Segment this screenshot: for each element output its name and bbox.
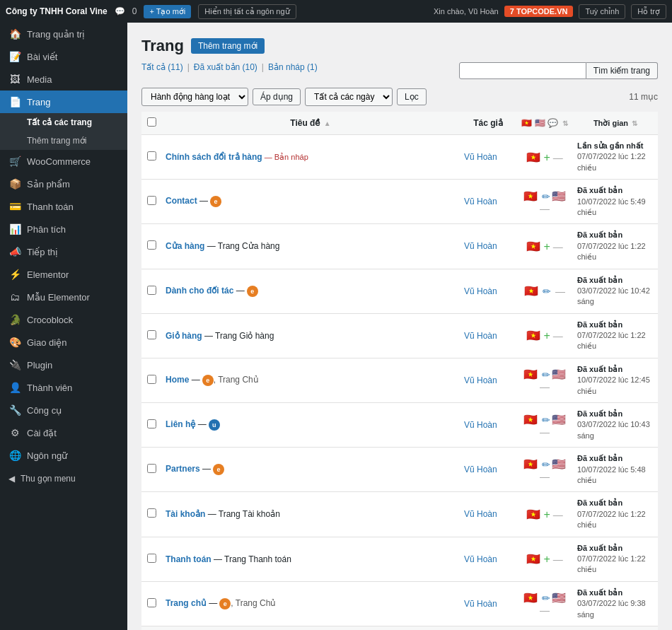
help-button[interactable]: Hỗ trợ: [631, 4, 666, 19]
collapse-menu-button[interactable]: ◀ Thu gọn menu: [0, 467, 127, 491]
author-link[interactable]: Vũ Hoàn: [464, 599, 497, 609]
flag-vn-icon[interactable]: 🇻🇳: [526, 151, 540, 164]
add-new-button[interactable]: + Tạo mới: [144, 5, 191, 18]
flag-us-icon[interactable]: 🇺🇸: [552, 457, 566, 471]
flag-us-icon[interactable]: 🇺🇸: [552, 413, 566, 426]
edit-icon[interactable]: ✏: [539, 593, 550, 604]
flag-vn-icon[interactable]: 🇻🇳: [523, 189, 538, 203]
edit-icon[interactable]: ✏: [539, 191, 550, 202]
sidebar-sub-add-page[interactable]: Thêm trang mới: [0, 132, 127, 150]
sidebar-item-products[interactable]: 📦 Sản phẩm: [0, 173, 127, 195]
search-input[interactable]: [459, 62, 586, 79]
row-checkbox[interactable]: [147, 196, 156, 205]
sidebar-item-appearance[interactable]: 🎨 Giao diện: [0, 331, 127, 354]
author-link[interactable]: Vũ Hoàn: [464, 465, 497, 474]
author-link[interactable]: Vũ Hoàn: [464, 286, 497, 296]
sidebar-item-tools[interactable]: 🔧 Công cụ: [0, 399, 127, 421]
flag-vn-icon[interactable]: 🇻🇳: [524, 284, 538, 298]
sidebar-item-pages[interactable]: 📄 Trang: [0, 91, 127, 113]
page-title-link[interactable]: Thanh toán: [166, 554, 212, 564]
edit-icon[interactable]: ✏: [539, 369, 550, 380]
header-date[interactable]: Thời gian ⇅: [573, 112, 658, 135]
page-title-link[interactable]: Home: [166, 375, 189, 385]
sidebar-item-payments[interactable]: 💳 Thanh toán: [0, 195, 127, 218]
page-title-link[interactable]: Partners: [166, 464, 200, 474]
page-title-link[interactable]: Cửa hàng: [166, 241, 204, 251]
row-checkbox[interactable]: [147, 598, 156, 607]
add-translation-icon[interactable]: +: [540, 329, 550, 342]
flag-vn-icon[interactable]: 🇻🇳: [526, 552, 540, 566]
flag-vn-icon[interactable]: 🇻🇳: [523, 413, 538, 426]
sidebar-item-settings[interactable]: ⚙ Cài đặt: [0, 421, 127, 444]
flag-vn-icon[interactable]: 🇻🇳: [526, 508, 540, 521]
sidebar-item-elementor-templates[interactable]: 🗂 Mẫu Elementor: [0, 286, 127, 308]
footer-checkbox[interactable]: [141, 626, 161, 630]
sidebar-item-elementor[interactable]: ⚡ Elementor: [0, 263, 127, 286]
add-new-page-button[interactable]: Thêm trang mới: [191, 38, 265, 54]
author-link[interactable]: Vũ Hoàn: [464, 241, 497, 251]
add-translation-icon[interactable]: +: [540, 240, 550, 252]
site-name[interactable]: Công ty TNHH Coral Vine: [6, 6, 108, 16]
sidebar-item-plugins[interactable]: 🔌 Plugin: [0, 354, 127, 376]
sidebar-item-analytics[interactable]: 📊 Phân tích: [0, 218, 127, 240]
row-checkbox[interactable]: [147, 375, 156, 384]
row-checkbox[interactable]: [147, 151, 156, 161]
sidebar-item-posts[interactable]: 📝 Bài viết: [0, 45, 127, 68]
page-title-link[interactable]: Chính sách đổi trả hàng: [166, 152, 262, 162]
author-link[interactable]: Vũ Hoàn: [464, 420, 497, 430]
edit-icon[interactable]: ✏: [539, 459, 550, 470]
select-all-checkbox[interactable]: [147, 117, 156, 127]
sidebar-item-crocoblock[interactable]: 🐊 Crocoblock: [0, 308, 127, 331]
page-title-link[interactable]: Dành cho đối tác: [166, 286, 233, 296]
flag-us-icon[interactable]: 🇺🇸: [552, 189, 566, 203]
flag-vn-icon[interactable]: 🇻🇳: [526, 240, 540, 253]
sidebar-item-woocommerce[interactable]: 🛒 WooCommerce: [0, 150, 127, 173]
view-all-languages-button[interactable]: Hiển thị tất cả ngôn ngữ: [198, 4, 296, 19]
row-checkbox[interactable]: [147, 508, 156, 518]
add-translation-icon[interactable]: +: [540, 508, 550, 520]
author-link[interactable]: Vũ Hoàn: [464, 331, 497, 341]
row-checkbox[interactable]: [147, 464, 156, 473]
row-checkbox[interactable]: [147, 554, 156, 563]
date-filter-select[interactable]: Tất cả các ngày: [305, 88, 393, 106]
flag-vn-icon[interactable]: 🇻🇳: [526, 329, 540, 342]
sidebar-item-users[interactable]: 👤 Thành viên: [0, 376, 127, 399]
author-link[interactable]: Vũ Hoàn: [464, 197, 497, 206]
filter-all[interactable]: Tất cả (11): [141, 62, 183, 72]
page-title-link[interactable]: Tài khoản: [166, 509, 205, 519]
edit-icon[interactable]: ✏: [540, 286, 551, 297]
filter-button[interactable]: Lọc: [397, 88, 427, 105]
sidebar-item-marketing[interactable]: 📣 Tiếp thị: [0, 240, 127, 263]
flag-vn-icon[interactable]: 🇻🇳: [523, 368, 538, 381]
sidebar-item-media[interactable]: 🖼 Media: [0, 68, 127, 91]
bulk-action-select[interactable]: Hành động hàng loạt: [141, 88, 248, 106]
footer-title[interactable]: Tiêu đề ▲: [161, 626, 460, 630]
flag-vn-icon[interactable]: 🇻🇳: [523, 457, 538, 471]
row-checkbox[interactable]: [147, 330, 156, 339]
apply-button-top[interactable]: Áp dụng: [253, 88, 301, 105]
sidebar-item-language[interactable]: 🌐 Ngôn ngữ: [0, 444, 127, 467]
footer-date[interactable]: Thời gian ⇅: [573, 626, 658, 630]
page-title-link[interactable]: Trang chủ: [166, 598, 207, 608]
flag-us-icon[interactable]: 🇺🇸: [552, 368, 566, 381]
row-checkbox[interactable]: [147, 419, 156, 428]
filter-published[interactable]: Đã xuất bản (10): [194, 62, 257, 72]
page-title-link[interactable]: Liên hệ: [166, 419, 195, 429]
customize-button[interactable]: Tuỳ chỉnh: [579, 4, 625, 19]
page-title-link[interactable]: Giỏ hàng: [166, 331, 202, 341]
filter-draft[interactable]: Bản nháp (1): [268, 62, 318, 72]
author-link[interactable]: Vũ Hoàn: [464, 509, 497, 519]
sidebar-sub-all-pages[interactable]: Tất cả các trang: [0, 113, 127, 132]
flag-vn-icon[interactable]: 🇻🇳: [523, 591, 538, 605]
row-checkbox[interactable]: [147, 240, 156, 250]
add-translation-icon[interactable]: +: [540, 151, 550, 163]
row-checkbox[interactable]: [147, 286, 156, 295]
add-translation-icon[interactable]: +: [540, 553, 550, 565]
header-checkbox[interactable]: [141, 112, 161, 135]
author-link[interactable]: Vũ Hoàn: [464, 554, 497, 564]
edit-icon[interactable]: ✏: [539, 414, 550, 426]
author-link[interactable]: Vũ Hoàn: [464, 152, 497, 162]
flag-us-icon[interactable]: 🇺🇸: [552, 591, 566, 605]
page-title-link[interactable]: Contact: [166, 196, 197, 206]
sidebar-item-dashboard[interactable]: 🏠 Trang quản trị: [0, 23, 127, 45]
